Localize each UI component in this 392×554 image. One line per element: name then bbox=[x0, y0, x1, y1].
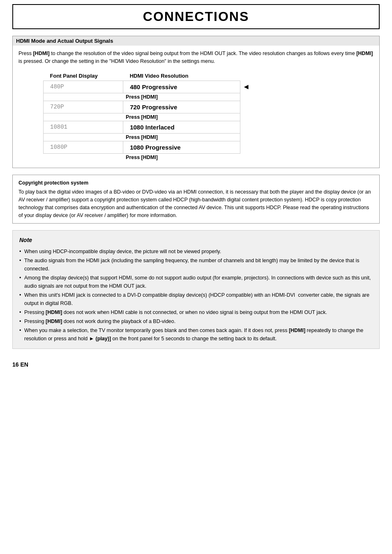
press-hdmi-label: Press [HDMI] bbox=[44, 93, 240, 101]
display-cell: 1080P bbox=[44, 141, 123, 153]
copyright-title: Copyright protection system bbox=[18, 179, 374, 187]
display-cell: 480P bbox=[44, 81, 123, 93]
list-item: Pressing [HDMI] does not work when HDMI … bbox=[19, 308, 373, 316]
list-item: When using HDCP-incompatible display dev… bbox=[19, 247, 373, 256]
table-row: 10801 1080 Interlaced bbox=[44, 121, 240, 133]
list-item: When this unit's HDMI jack is connected … bbox=[19, 291, 373, 307]
table-row: 720P 720 Progressive bbox=[44, 101, 240, 113]
hdmi-section-title: HDMI Mode and Actual Output Signals bbox=[13, 36, 379, 46]
note-section: Note When using HDCP-incompatible displa… bbox=[12, 230, 380, 349]
press-hdmi-label: Press [HDMI] bbox=[44, 153, 240, 162]
list-item: Pressing [HDMI] does not work during the… bbox=[19, 317, 373, 325]
copyright-body: To play back the digital video images of… bbox=[18, 188, 374, 219]
press-hdmi-row: Press [HDMI] bbox=[44, 113, 240, 121]
page-title: CONNECTIONS bbox=[12, 4, 380, 29]
resolution-cell: 720 Progressive bbox=[123, 101, 240, 113]
list-item: Among the display device(s) that support… bbox=[19, 274, 373, 290]
resolution-table-wrapper: Font Panel Display HDMI Video Resolution… bbox=[43, 71, 374, 162]
table-row: 480P 480 Progressive ◄ bbox=[44, 81, 240, 93]
col2-header: HDMI Video Resolution bbox=[123, 71, 240, 81]
press-hdmi-label: Press [HDMI] bbox=[44, 133, 240, 141]
press-hdmi-label: Press [HDMI] bbox=[44, 113, 240, 121]
table-row: 1080P 1080 Progressive bbox=[44, 141, 240, 153]
resolution-table: Font Panel Display HDMI Video Resolution… bbox=[43, 71, 240, 162]
page-footer: 16 EN bbox=[12, 361, 380, 368]
note-title: Note bbox=[19, 235, 373, 245]
arrow-icon: ◄ bbox=[242, 83, 250, 91]
hdmi-section: HDMI Mode and Actual Output Signals Pres… bbox=[12, 36, 380, 168]
display-cell: 10801 bbox=[44, 121, 123, 133]
press-hdmi-row: Press [HDMI] bbox=[44, 93, 240, 101]
list-item: When you make a selection, the TV monito… bbox=[19, 326, 373, 343]
resolution-cell: 1080 Interlaced bbox=[123, 121, 240, 133]
resolution-cell: 1080 Progressive bbox=[123, 141, 240, 153]
copyright-section: Copyright protection system To play back… bbox=[12, 175, 380, 224]
press-hdmi-row: Press [HDMI] bbox=[44, 133, 240, 141]
display-cell: 720P bbox=[44, 101, 123, 113]
hdmi-intro-text: Press [HDMI] to change the resolution of… bbox=[18, 50, 374, 65]
press-hdmi-row: Press [HDMI] bbox=[44, 153, 240, 162]
col1-header: Font Panel Display bbox=[44, 71, 123, 81]
resolution-cell: 480 Progressive ◄ bbox=[123, 81, 240, 93]
note-list: When using HDCP-incompatible display dev… bbox=[19, 247, 373, 343]
list-item: The audio signals from the HDMI jack (in… bbox=[19, 256, 373, 273]
